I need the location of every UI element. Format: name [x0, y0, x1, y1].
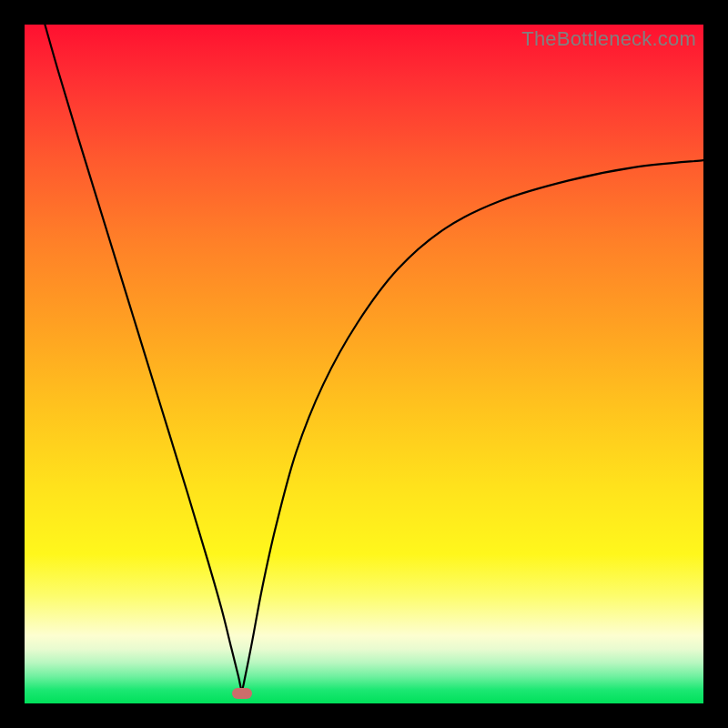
chart-frame: TheBottleneck.com	[0, 0, 728, 728]
bottleneck-curve	[25, 25, 703, 703]
plot-area: TheBottleneck.com	[25, 25, 703, 703]
optimum-marker	[232, 688, 252, 699]
